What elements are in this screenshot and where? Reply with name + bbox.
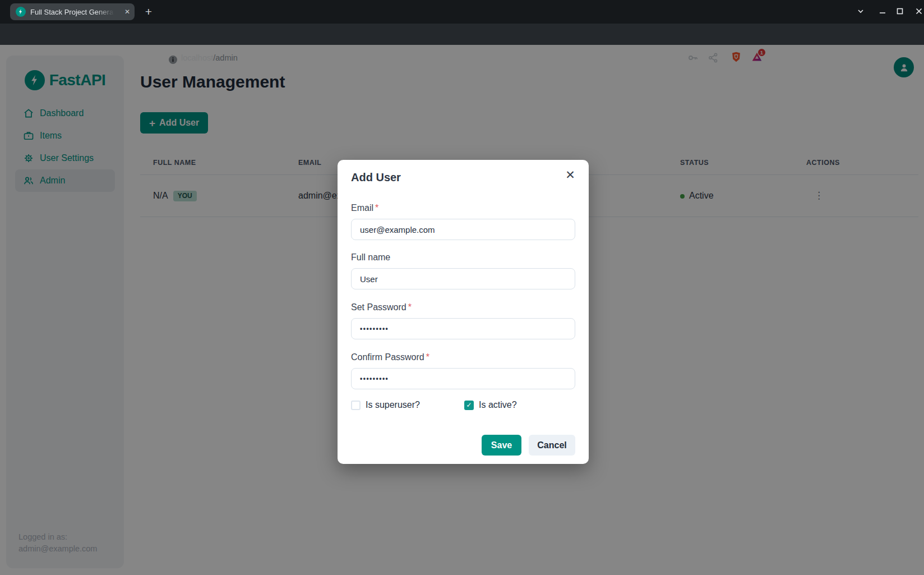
browser-window: Full Stack Project Genera ✕ +	[0, 0, 924, 575]
is-active-checkbox[interactable]: ✓ Is active?	[464, 400, 578, 410]
tab-title: Full Stack Project Genera	[30, 8, 114, 16]
full-name-label: Full name	[351, 251, 575, 264]
required-asterisk: *	[408, 302, 412, 312]
required-asterisk: *	[375, 203, 378, 213]
save-button[interactable]: Save	[482, 435, 521, 456]
checkbox-checked-icon[interactable]: ✓	[464, 401, 474, 410]
add-user-modal: Add User ✕ Email* Full name Set Password…	[338, 160, 589, 464]
modal-close-icon[interactable]: ✕	[562, 167, 579, 183]
tab-bar: Full Stack Project Genera ✕ +	[0, 0, 924, 24]
set-password-field[interactable]	[351, 318, 575, 339]
tab-close-icon[interactable]: ✕	[124, 3, 130, 20]
window-minimize-button[interactable]	[877, 6, 888, 17]
new-tab-button[interactable]: +	[141, 4, 156, 19]
checkbox-row: Is superuser? ✓ Is active?	[351, 400, 575, 410]
is-active-label: Is active?	[479, 400, 517, 410]
confirm-password-field[interactable]	[351, 368, 575, 389]
full-name-field[interactable]	[351, 268, 575, 289]
cancel-button[interactable]: Cancel	[529, 435, 575, 456]
set-password-label: Set Password*	[351, 301, 575, 314]
modal-title: Add User	[351, 170, 575, 185]
window-maximize-button[interactable]	[894, 6, 905, 17]
email-field[interactable]	[351, 219, 575, 240]
browser-tab[interactable]: Full Stack Project Genera ✕	[10, 3, 135, 20]
is-superuser-label: Is superuser?	[366, 400, 420, 410]
email-label: Email*	[351, 202, 575, 214]
checkbox-unchecked-icon[interactable]	[351, 401, 361, 410]
confirm-password-label: Confirm Password*	[351, 351, 575, 364]
tab-search-chevron-icon[interactable]	[855, 6, 866, 17]
window-close-button[interactable]	[913, 6, 924, 17]
required-asterisk: *	[426, 352, 429, 362]
is-superuser-checkbox[interactable]: Is superuser?	[351, 400, 464, 410]
fastapi-favicon-icon	[16, 7, 26, 17]
browser-toolbar: localhost/admin 1	[0, 24, 924, 45]
modal-buttons: Save Cancel	[351, 435, 575, 456]
